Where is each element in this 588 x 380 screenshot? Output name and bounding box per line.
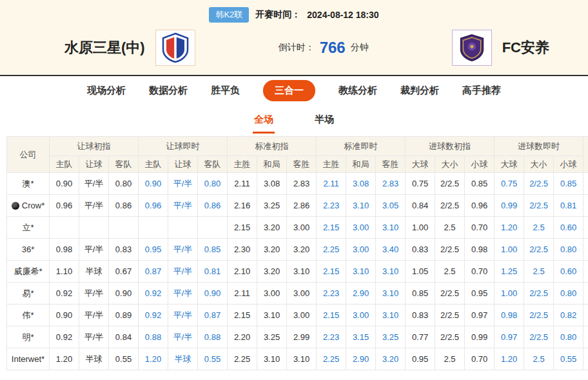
live-odds-cell[interactable]: 2.23 [317,326,346,348]
live-odds-cell[interactable] [139,217,168,239]
live-odds-cell[interactable]: 3.10 [376,305,406,326]
live-odds-cell[interactable]: 0.87 [139,261,168,283]
live-odds-cell[interactable]: 3.05 [376,195,406,217]
live-odds-cell[interactable]: 0.80 [198,173,228,195]
nav-tab-1[interactable]: 现场分析 [87,85,126,97]
live-odds-cell[interactable]: 3.20 [376,348,406,370]
company-cell[interactable]: 明* [7,326,50,348]
live-odds-cell[interactable]: 3.40 [376,239,406,261]
live-odds-cell[interactable]: 2.83 [376,173,406,195]
live-odds-cell[interactable]: 半球 [168,348,198,370]
live-odds-cell[interactable]: 3.10 [376,217,406,239]
live-odds-cell[interactable]: 3.10 [346,195,376,217]
live-odds-cell[interactable]: 3.08 [346,173,376,195]
live-odds-cell[interactable]: 平/半 [168,283,198,305]
nav-tab-7[interactable]: 高手推荐 [462,85,501,97]
live-odds-cell[interactable]: 0.80 [554,326,583,348]
live-odds-cell[interactable]: 2/2.5 [524,305,554,326]
live-odds-cell[interactable]: 0.55 [198,348,228,370]
live-odds-cell[interactable]: 0.96 [139,195,168,217]
live-odds-cell[interactable]: 2/2.5 [524,239,554,261]
live-odds-cell[interactable]: 2.15 [317,217,346,239]
nav-tab-2[interactable]: 数据分析 [149,85,188,97]
live-odds-cell[interactable]: 0.95 [139,239,168,261]
league-badge[interactable]: 韩K2联 [209,7,249,23]
live-odds-cell[interactable]: 3.10 [376,283,406,305]
live-odds-cell[interactable]: 平/半 [168,173,198,195]
live-odds-cell[interactable]: 0.81 [198,261,228,283]
live-odds-cell[interactable]: 2.11 [317,173,346,195]
live-odds-cell[interactable] [168,217,198,239]
live-odds-cell[interactable]: 2.90 [346,283,376,305]
live-odds-cell[interactable]: 0.82 [554,305,583,326]
live-odds-cell[interactable]: 2/2.5 [524,173,554,195]
live-odds-cell[interactable]: 2.25 [317,239,346,261]
live-odds-cell[interactable]: 0.75 [495,173,524,195]
live-odds-cell[interactable]: 平/半 [168,326,198,348]
live-odds-cell[interactable]: 1.20 [139,348,168,370]
live-odds-cell[interactable]: 0.60 [554,217,583,239]
live-odds-cell[interactable]: 2/2.5 [524,283,554,305]
live-odds-cell[interactable]: 0.60 [554,261,583,283]
live-odds-cell[interactable]: 3.00 [346,217,376,239]
subtab-2[interactable]: 半场 [313,114,335,134]
live-odds-cell[interactable]: 3.00 [346,305,376,326]
live-odds-cell[interactable]: 平/半 [168,239,198,261]
company-cell[interactable]: Interwet* [7,348,50,370]
company-cell[interactable]: 易* [7,283,50,305]
nav-tab-5[interactable]: 教练分析 [338,85,377,97]
live-odds-cell[interactable]: 1.25 [495,261,524,283]
nav-tab-4[interactable]: 三合一 [263,80,315,101]
company-cell[interactable]: 立* [7,217,50,239]
live-odds-cell[interactable]: 2/2.5 [524,326,554,348]
live-odds-cell[interactable]: 0.99 [495,195,524,217]
company-cell[interactable]: 伟* [7,305,50,326]
company-cell[interactable]: 威廉希* [7,261,50,283]
live-odds-cell[interactable]: 0.98 [495,305,524,326]
live-odds-cell[interactable]: 0.92 [139,305,168,326]
live-odds-cell[interactable]: 0.85 [198,239,228,261]
live-odds-cell[interactable]: 0.86 [198,195,228,217]
live-odds-cell[interactable]: 0.90 [198,283,228,305]
subtab-1[interactable]: 全场 [253,114,275,134]
live-odds-cell[interactable] [198,217,228,239]
live-odds-cell[interactable]: 2.90 [346,348,376,370]
live-odds-cell[interactable]: 0.92 [139,283,168,305]
live-odds-cell[interactable]: 0.85 [554,173,583,195]
live-odds-cell[interactable]: 2/2.5 [524,195,554,217]
live-odds-cell[interactable]: 0.80 [554,283,583,305]
live-odds-cell[interactable]: 0.87 [198,305,228,326]
live-odds-cell[interactable]: 3.00 [346,239,376,261]
live-odds-cell[interactable]: 2.5 [524,217,554,239]
live-odds-cell[interactable]: 2.25 [317,348,346,370]
live-odds-cell[interactable]: 2.5 [524,261,554,283]
live-odds-cell[interactable]: 0.90 [139,173,168,195]
company-cell[interactable]: 36* [7,239,50,261]
live-odds-cell[interactable]: 2.23 [317,195,346,217]
nav-tab-3[interactable]: 胜平负 [211,85,240,97]
company-cell[interactable]: Crow* [7,195,50,217]
live-odds-cell[interactable]: 2.15 [317,261,346,283]
live-odds-cell[interactable]: 0.88 [198,326,228,348]
nav-tab-6[interactable]: 裁判分析 [400,85,439,97]
live-odds-cell[interactable]: 3.10 [376,261,406,283]
live-odds-cell[interactable]: 平/半 [168,261,198,283]
live-odds-cell[interactable]: 3.10 [346,261,376,283]
live-odds-cell[interactable]: 0.97 [495,326,524,348]
live-odds-cell[interactable]: 平/半 [168,195,198,217]
live-odds-cell[interactable]: 0.55 [554,348,583,370]
live-odds-cell[interactable]: 0.81 [554,195,583,217]
live-odds-cell[interactable]: 3.25 [376,326,406,348]
company-cell[interactable]: 澳* [7,173,50,195]
live-odds-cell[interactable]: 1.00 [495,283,524,305]
live-odds-cell[interactable]: 2.15 [317,305,346,326]
live-odds-cell[interactable]: 0.88 [139,326,168,348]
live-odds-cell[interactable]: 1.20 [495,217,524,239]
live-odds-cell[interactable]: 2.23 [317,283,346,305]
live-odds-cell[interactable]: 2.5 [524,348,554,370]
live-odds-cell[interactable]: 1.00 [495,239,524,261]
live-odds-cell[interactable]: 平/半 [168,305,198,326]
live-odds-cell[interactable]: 3.15 [346,326,376,348]
live-odds-cell[interactable]: 0.80 [554,239,583,261]
live-odds-cell[interactable]: 1.20 [495,348,524,370]
